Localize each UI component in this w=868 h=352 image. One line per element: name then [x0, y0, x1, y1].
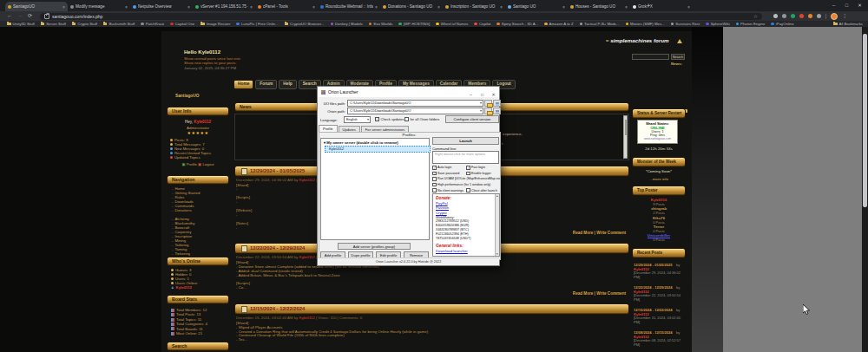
extension-icon[interactable] [817, 14, 821, 18]
download-launcher-link[interactable]: Download launcher [436, 249, 494, 253]
command-line-textarea[interactable]: Right mouse click for more options [432, 151, 499, 164]
header-search-button[interactable]: Search [671, 54, 685, 60]
launch-option-checkbox[interactable]: High performance (for 1 window only) [432, 182, 500, 188]
tab-close-icon[interactable]: × [62, 4, 65, 10]
profiles-tree[interactable]: ▾ My owner server (double click to renam… [320, 138, 430, 240]
bookmark-item[interactable]: LunaPic | Free Onlin... [236, 22, 278, 26]
logout-link[interactable]: Logout [202, 162, 214, 166]
bookmark-item[interactable]: Tactical P-B+ Mods... [580, 22, 620, 26]
dialog-maximize-button[interactable]: □ [477, 89, 488, 100]
new-replies-link[interactable]: Show new replies to your posts. [184, 61, 237, 65]
user-stat-item[interactable]: Updated Topics [170, 155, 229, 160]
tab-close-icon[interactable]: × [125, 4, 128, 10]
browser-tab[interactable]: Inscription - Santiago UO × [443, 2, 505, 11]
all-bookmarks-button[interactable]: All Bookmarks [833, 22, 863, 26]
news-scrollbar[interactable] [623, 115, 628, 159]
bookmark-item[interactable]: Crypto Stuff [72, 22, 97, 26]
post-title[interactable]: 12/22/2024 - 12/29/2024 [250, 244, 305, 253]
minimize-button[interactable]: – [827, 0, 840, 10]
bookmark-item[interactable]: Unity3D Stuff [7, 22, 35, 26]
launch-option-checkbox[interactable]: Run UOAM [UOLite (Map/EnhancedMap.exe)] [432, 176, 500, 182]
checkbox-icon[interactable] [466, 166, 470, 170]
maximize-button[interactable]: □ [840, 0, 853, 10]
browser-tab[interactable]: vServer #1 194.156.51.75 - Ov... × [193, 2, 255, 11]
browser-tab[interactable]: Houses - Santiago UO × [568, 2, 630, 11]
bookmark-item[interactable]: Image Resizer [201, 22, 230, 26]
shard-host-link[interactable]: www.santiagouo.com [638, 137, 677, 140]
profile-link[interactable]: Profile [187, 162, 197, 166]
bookmark-item[interactable]: Wheel of Names [436, 22, 468, 26]
uo-files-browse-button[interactable] [484, 100, 492, 107]
bookmark-item[interactable]: Amazon A to Z [544, 22, 573, 26]
browser-tab[interactable]: SantiagoUO × [5, 2, 68, 11]
checkbox-icon[interactable] [432, 183, 437, 187]
browser-tab[interactable]: Donations - Santiago UO × [380, 2, 443, 11]
bookmark-item[interactable]: Movies (SMF) Mes... [626, 22, 665, 26]
page-scrollbar[interactable] [862, 27, 868, 352]
post-title-bar[interactable]: 12/15/2024 - 12/22/2024 [234, 303, 629, 315]
forward-icon[interactable]: → [17, 11, 23, 21]
dialog-minimize-button[interactable]: – [465, 89, 477, 100]
nav-link[interactable]: Tinkering [172, 251, 229, 256]
check-updates-checkbox[interactable]: Check updates [375, 117, 404, 121]
menu-button[interactable]: Forum [255, 80, 277, 89]
browser-tab[interactable]: cPanel - Tools × [255, 2, 318, 11]
browser-tab[interactable]: Modify message × [68, 2, 130, 11]
uo-files-extra-button[interactable] [493, 100, 501, 107]
bookmark-item[interactable]: Survivors Rest [671, 22, 700, 26]
bookmark-item[interactable]: iPayOnline [771, 22, 793, 26]
for-all-folders-checkbox[interactable]: for all Orion folders [404, 117, 439, 121]
launch-option-checkbox[interactable]: Close after launch [466, 187, 500, 193]
header-search-input[interactable] [632, 54, 669, 60]
scrollbar-thumb[interactable] [863, 34, 867, 207]
launch-option-checkbox[interactable]: Fast login [466, 165, 500, 171]
extension-icon[interactable] [773, 14, 778, 18]
bookmark-item[interactable]: CryptoUO Browser... [285, 22, 325, 26]
dialog-title-bar[interactable]: Orion Launcher –□✕ [318, 87, 499, 97]
configure-client-button[interactable]: Configure client version [445, 115, 499, 123]
post-author-link[interactable]: Kyle0112 [299, 178, 315, 182]
tab-close-icon[interactable]: × [562, 4, 565, 10]
back-icon[interactable]: ← [7, 11, 12, 21]
tab-close-icon[interactable]: × [312, 4, 315, 10]
browser-tab[interactable]: Netpulse Overview × [130, 2, 193, 11]
launch-option-checkbox[interactable]: No client warnings [432, 187, 466, 193]
close-button[interactable]: ✕ [853, 0, 866, 10]
tree-root-node[interactable]: ▾ My owner server (double click to renam… [324, 140, 398, 145]
username[interactable]: Kyle0112 [194, 120, 211, 124]
bookmark-item[interactable]: [WP-HOSTING] [398, 22, 430, 26]
online-user-link[interactable]: Kyle0112 [176, 285, 192, 290]
extension-icon[interactable] [782, 14, 786, 18]
bookmark-item[interactable]: Donkey | Models [331, 22, 363, 26]
motw-more-info-link[interactable]: ...more info [632, 177, 686, 181]
post-author-link[interactable]: Kyle0112 [299, 255, 315, 259]
address-bar[interactable]: santiagouo.com/index.php ☆ [40, 13, 762, 20]
profile-avatar[interactable] [831, 13, 838, 20]
checkbox-icon[interactable] [404, 117, 409, 121]
orion-extra-button[interactable] [493, 108, 501, 114]
bookmark-item[interactable]: Copilot [474, 22, 490, 26]
checkbox-icon[interactable] [432, 172, 437, 176]
checkbox-icon[interactable] [432, 166, 437, 170]
bookmark-item[interactable]: Exo Worlds [369, 22, 392, 26]
post-title[interactable]: 12/29/2024 - 01/05/2025 [250, 166, 305, 176]
browser-tab[interactable]: Roundcube Webmail :: Inbox × [318, 2, 380, 11]
bookmark-item[interactable]: SphereWiki [706, 22, 729, 26]
extension-icon[interactable] [808, 14, 812, 18]
menu-button[interactable]: Home [233, 80, 253, 89]
bookmark-item[interactable]: Photon Engine [736, 22, 766, 26]
tree-selected-profile[interactable]: Kyle0112 [325, 146, 431, 153]
browser-menu-icon[interactable]: ⋮ [842, 11, 847, 21]
tab-close-icon[interactable]: × [437, 4, 440, 10]
language-combobox[interactable]: English [344, 116, 371, 123]
tab-close-icon[interactable]: × [187, 4, 190, 10]
bookmark-item[interactable]: Bucksmith Stuff [103, 22, 135, 26]
launch-option-checkbox[interactable]: Save password [432, 171, 466, 177]
checkbox-icon[interactable] [466, 188, 470, 192]
browser-tab[interactable]: Grok / X × [630, 2, 693, 11]
bookmark-item[interactable]: PatchKraut [141, 22, 164, 26]
tab-close-icon[interactable]: × [687, 4, 690, 10]
add-server-button[interactable]: Add server (profiles group) [338, 243, 411, 250]
bookmark-item[interactable]: Capital One [170, 22, 194, 26]
extension-icon[interactable] [799, 14, 804, 18]
